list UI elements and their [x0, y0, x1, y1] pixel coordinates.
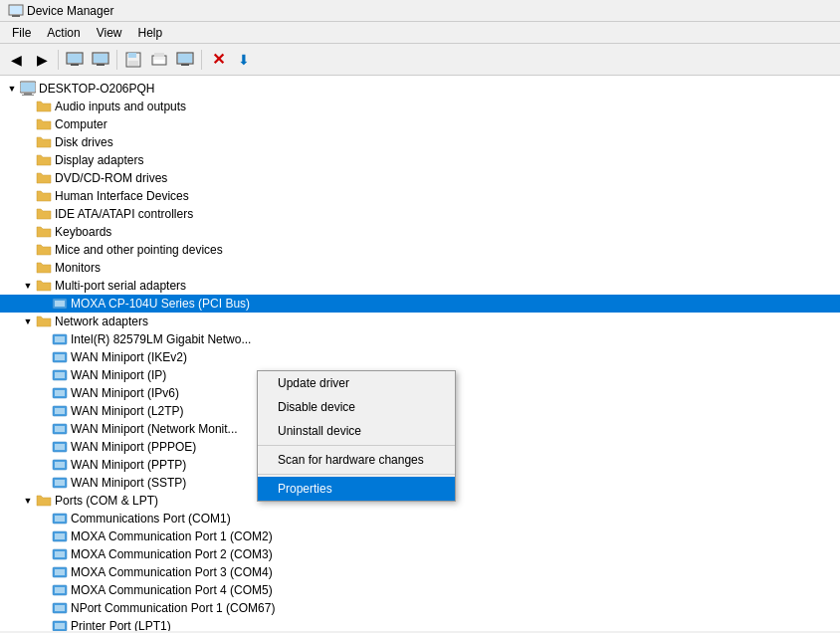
toolbar-forward[interactable]: ▶	[30, 48, 54, 72]
expand-btn[interactable]: ▼	[20, 493, 36, 509]
expand-placeholder	[36, 564, 52, 580]
subitem-label: WAN Miniport (IKEv2)	[71, 350, 187, 364]
expand-placeholder	[36, 439, 52, 455]
svg-rect-49	[55, 569, 65, 575]
title-bar: Device Manager	[0, 0, 840, 22]
svg-rect-11	[128, 61, 138, 66]
context-menu: Update driverDisable deviceUninstall dev…	[257, 370, 456, 502]
menu-file[interactable]: File	[4, 24, 39, 42]
folder-icon	[36, 170, 52, 186]
tree-subitem[interactable]: MOXA Communication Port 1 (COM2)	[0, 528, 840, 545]
toolbar-btn2[interactable]	[89, 48, 112, 72]
svg-rect-27	[55, 354, 65, 360]
device-icon	[52, 546, 68, 562]
subitem-label: MOXA Communication Port 2 (COM3)	[71, 547, 273, 561]
item-label: Human Interface Devices	[55, 189, 189, 203]
folder-icon	[36, 152, 52, 168]
device-icon	[52, 367, 68, 383]
expand-btn[interactable]: ▼	[20, 278, 36, 294]
context-menu-item[interactable]: Update driver	[258, 371, 455, 395]
svg-rect-33	[55, 408, 65, 414]
device-icon	[52, 385, 68, 401]
folder-icon	[36, 493, 52, 509]
folder-icon	[36, 224, 52, 240]
tree-subitem[interactable]: NPort Communication Port 1 (COM67)	[0, 599, 840, 617]
svg-rect-51	[55, 587, 65, 593]
toolbar-back[interactable]: ◀	[4, 48, 28, 72]
device-icon	[52, 331, 68, 347]
svg-rect-35	[55, 426, 65, 432]
menu-action[interactable]: Action	[39, 24, 88, 42]
context-menu-item[interactable]: Uninstall device	[258, 419, 455, 443]
tree-item[interactable]: ▼ Network adapters	[0, 313, 840, 330]
tree-subitem[interactable]: Communications Port (COM1)	[0, 510, 840, 528]
svg-rect-31	[55, 390, 65, 396]
tree-item[interactable]: Mice and other pointing devices	[0, 241, 840, 259]
subitem-label: NPort Communication Port 1 (COM67)	[71, 601, 275, 615]
item-label: Display adapters	[55, 153, 143, 167]
subitem-label: Printer Port (LPT1)	[71, 619, 171, 631]
expand-placeholder	[20, 134, 36, 150]
context-menu-item[interactable]: Properties	[258, 477, 455, 501]
expand-placeholder	[36, 421, 52, 437]
toolbar: ◀ ▶	[0, 44, 840, 76]
tree-item[interactable]: DVD/CD-ROM drives	[0, 169, 840, 187]
tree-subitem[interactable]: MOXA CP-104U Series (PCI Bus)	[0, 295, 840, 313]
expand-placeholder	[36, 457, 52, 473]
tree-item[interactable]: Keyboards	[0, 223, 840, 241]
menu-view[interactable]: View	[89, 24, 130, 42]
expand-placeholder	[20, 242, 36, 258]
tree-item[interactable]: Computer	[0, 115, 840, 133]
subitem-label: WAN Miniport (IPv6)	[71, 386, 179, 400]
folder-icon	[36, 206, 52, 222]
svg-rect-16	[178, 54, 192, 63]
toolbar-save[interactable]	[121, 48, 145, 72]
context-menu-item[interactable]: Scan for hardware changes	[258, 448, 455, 472]
item-label: Disk drives	[55, 135, 113, 149]
toolbar-download[interactable]: ⬇	[232, 48, 256, 72]
subitem-label: MOXA CP-104U Series (PCI Bus)	[71, 297, 250, 311]
tree-root[interactable]: ▼ DESKTOP-O206PQH	[0, 80, 840, 98]
expand-root[interactable]: ▼	[4, 81, 20, 97]
tree-subitem[interactable]: Intel(R) 82579LM Gigabit Netwo...	[0, 330, 840, 348]
item-label: IDE ATA/ATAPI controllers	[55, 207, 193, 221]
menu-help[interactable]: Help	[130, 24, 171, 42]
subitem-label: WAN Miniport (SSTP)	[71, 476, 186, 490]
tree-item[interactable]: ▼ Multi-port serial adapters	[0, 277, 840, 295]
expand-placeholder	[36, 331, 52, 347]
tree-subitem[interactable]: MOXA Communication Port 3 (COM4)	[0, 563, 840, 581]
tree-item[interactable]: Display adapters	[0, 151, 840, 169]
folder-icon	[36, 116, 52, 132]
toolbar-monitor[interactable]	[173, 48, 197, 72]
tree-item[interactable]: Disk drives	[0, 133, 840, 151]
tree-subitem[interactable]: WAN Miniport (IKEv2)	[0, 348, 840, 366]
svg-rect-29	[55, 372, 65, 378]
toolbar-btn1[interactable]	[63, 48, 87, 72]
svg-rect-4	[68, 54, 82, 63]
expand-placeholder	[36, 528, 52, 544]
tree-subitem[interactable]: Printer Port (LPT1)	[0, 617, 840, 631]
svg-rect-43	[55, 516, 65, 522]
expand-btn[interactable]: ▼	[20, 314, 36, 329]
tree-item[interactable]: Human Interface Devices	[0, 187, 840, 205]
tree-item[interactable]: Monitors	[0, 259, 840, 277]
item-label: Monitors	[55, 261, 101, 275]
tree-item[interactable]: Audio inputs and outputs	[0, 98, 840, 115]
context-menu-item[interactable]: Disable device	[258, 395, 455, 419]
folder-icon	[36, 134, 52, 150]
tree-subitem[interactable]: MOXA Communication Port 2 (COM3)	[0, 545, 840, 563]
tree-subitem[interactable]: MOXA Communication Port 4 (COM5)	[0, 581, 840, 599]
svg-rect-5	[71, 64, 79, 66]
expand-placeholder	[36, 511, 52, 527]
device-icon	[52, 403, 68, 419]
tree-item[interactable]: IDE ATA/ATAPI controllers	[0, 205, 840, 223]
svg-rect-10	[128, 53, 136, 58]
expand-placeholder	[20, 99, 36, 114]
toolbar-print[interactable]	[147, 48, 171, 72]
title-bar-text: Device Manager	[27, 4, 113, 18]
folder-icon	[36, 260, 52, 276]
main-content: ▼ DESKTOP-O206PQH Audio inputs and outpu…	[0, 76, 840, 631]
expand-placeholder	[20, 116, 36, 132]
toolbar-delete[interactable]: ✕	[206, 48, 230, 72]
tree: ▼ DESKTOP-O206PQH Audio inputs and outpu…	[0, 76, 840, 631]
